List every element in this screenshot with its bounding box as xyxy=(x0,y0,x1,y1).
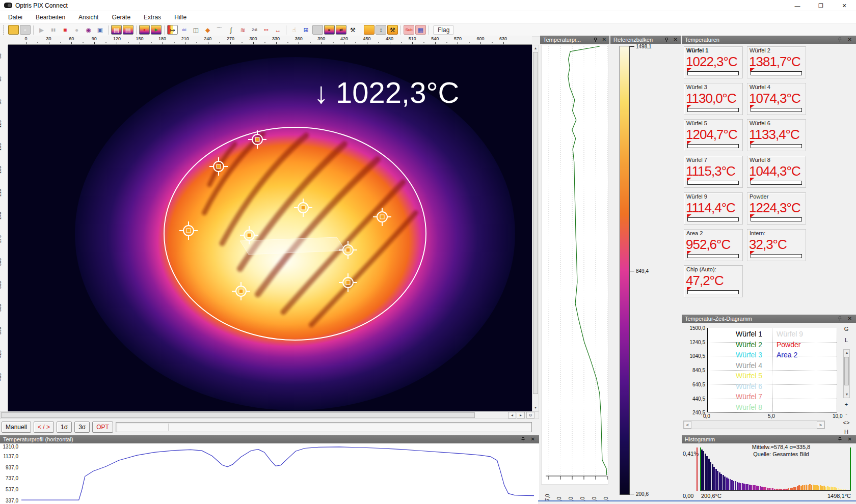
snapshot-icon[interactable]: ◉ xyxy=(83,25,94,35)
time-vertical-scrollbar[interactable]: ▴ ▾ xyxy=(843,349,850,398)
time-scrollbar[interactable]: < > xyxy=(683,421,825,429)
close-panel-icon[interactable]: ✕ xyxy=(531,436,535,443)
pin-icon[interactable] xyxy=(520,437,526,442)
cell-range-bar xyxy=(751,71,802,75)
histogram-icon[interactable]: ılıl xyxy=(179,25,190,35)
time-diagram-plot[interactable]: Würfel 1Würfel 2Würfel 3Würfel 4Würfel 5… xyxy=(707,328,837,412)
menu-item-ansicht[interactable]: Ansicht xyxy=(78,14,98,21)
scroll-right-button[interactable]: ▸ xyxy=(517,412,525,418)
curve-icon[interactable]: ⌒ xyxy=(214,25,225,35)
side-button-fit[interactable]: <> xyxy=(839,419,854,426)
histogram-bar xyxy=(779,489,781,490)
minimize-button[interactable]: — xyxy=(786,0,809,11)
scroll-left-button[interactable]: ◂ xyxy=(508,412,516,418)
side-button-h[interactable]: H xyxy=(839,429,854,435)
colorize-icon[interactable]: ◆ xyxy=(202,25,213,35)
close-panel-icon[interactable]: ✕ xyxy=(674,36,678,43)
ruler-dot xyxy=(446,42,447,43)
control-button-opt[interactable]: OPT xyxy=(92,422,113,433)
palette-shift-icon[interactable]: ↦ xyxy=(167,25,178,35)
axis-tick-label: 1500,0 xyxy=(683,325,705,331)
record-icon[interactable]: ● xyxy=(71,25,82,35)
scroll-down-icon[interactable]: ▾ xyxy=(532,405,539,411)
control-button-manuell[interactable]: Manuell xyxy=(2,422,31,433)
tools-config-icon[interactable]: ⚒ xyxy=(387,25,398,35)
scroll-down-icon[interactable]: ▾ xyxy=(844,391,850,398)
tools-icon[interactable]: ⚒ xyxy=(347,25,358,35)
histogram-cursor-line[interactable] xyxy=(697,447,698,491)
multi-curve-icon[interactable]: ≋ xyxy=(237,25,248,35)
pin-icon[interactable] xyxy=(837,437,843,442)
gray-image-icon[interactable] xyxy=(312,25,323,35)
pin-icon[interactable] xyxy=(664,37,670,43)
menu-item-extras[interactable]: Extras xyxy=(144,14,161,21)
menu-item-bearbeiten[interactable]: Bearbeiten xyxy=(36,14,65,21)
close-button[interactable]: ✕ xyxy=(833,0,856,11)
close-panel-icon[interactable]: ✕ xyxy=(848,36,852,43)
image-save-icon[interactable]: ▤ xyxy=(111,25,122,35)
histogram-bar xyxy=(726,478,728,490)
pin-icon[interactable] xyxy=(837,37,843,43)
stop-icon[interactable]: ■ xyxy=(60,25,70,35)
flag-button[interactable]: Flag xyxy=(433,25,454,35)
orange-palette-icon[interactable] xyxy=(364,25,374,35)
profile-line-icon[interactable]: ∫ xyxy=(226,25,236,35)
palette-range-field[interactable] xyxy=(116,422,532,432)
scroll-up-icon[interactable]: ▴ xyxy=(532,45,539,51)
side-button-plus[interactable]: + xyxy=(839,401,854,407)
palette-swap-icon[interactable]: ⇄ xyxy=(336,25,346,35)
pin-icon[interactable] xyxy=(593,37,598,43)
side-button-g[interactable]: G xyxy=(839,326,854,332)
digital-display-icon[interactable]: 2:8 xyxy=(249,25,260,35)
control-button-3[interactable]: 3σ xyxy=(74,422,90,433)
histogram-bar xyxy=(843,489,844,490)
control-button-1[interactable]: 1σ xyxy=(57,422,72,433)
histogram-bar xyxy=(774,489,775,490)
close-panel-icon[interactable]: ✕ xyxy=(848,436,852,443)
cell-range-bar xyxy=(751,144,802,148)
horizontal-scrollbar[interactable]: ◂ ▸ ⊙ xyxy=(0,411,539,419)
menu-item-hilfe[interactable]: Hilfe xyxy=(174,14,186,21)
temp-range-icon[interactable]: ↕ xyxy=(376,25,386,35)
pin-icon[interactable] xyxy=(837,316,843,322)
thermal-image-canvas[interactable]: ↓1022,3°C xyxy=(8,45,532,411)
play-icon[interactable]: ▶ xyxy=(36,25,47,35)
image-copy-icon[interactable]: ▤ xyxy=(123,25,133,35)
copy-icon[interactable]: ▣ xyxy=(95,25,105,35)
time-scroll-right-icon[interactable]: > xyxy=(817,421,824,429)
menu-item-geräte[interactable]: Geräte xyxy=(112,14,130,21)
save-subtract-icon[interactable]: ▦ xyxy=(415,25,426,35)
vertical-scrollbar[interactable]: ▴ ▾ xyxy=(532,45,539,411)
subtract-icon[interactable]: Sub xyxy=(404,25,414,35)
control-button-[interactable]: < / > xyxy=(34,422,54,433)
zoom-reset-button[interactable]: ⊙ xyxy=(526,412,534,418)
menu-item-datei[interactable]: Datei xyxy=(8,14,22,21)
vertical-scrollbar-thumb[interactable] xyxy=(533,52,538,394)
hand-icon[interactable]: ☝ xyxy=(289,25,300,35)
horizontal-scrollbar-thumb[interactable] xyxy=(1,412,475,418)
ruler-number: 120 xyxy=(113,36,121,41)
open-folder-icon[interactable] xyxy=(8,25,19,35)
video-camera-icon[interactable]: ◫ xyxy=(191,25,201,35)
palette-play-icon[interactable]: ▶ xyxy=(151,25,162,35)
scroll-up-icon[interactable]: ▴ xyxy=(844,350,850,356)
palette-refresh-icon[interactable]: ● xyxy=(139,25,150,35)
toolbar-grip[interactable] xyxy=(3,25,6,35)
time-vscroll-thumb[interactable] xyxy=(844,357,849,385)
palette-next-icon[interactable]: ▸ xyxy=(324,25,335,35)
reference-dashes-icon[interactable]: ▪▪▪ xyxy=(261,25,272,35)
close-panel-icon[interactable]: ✕ xyxy=(602,36,606,43)
save-icon[interactable]: ▫ xyxy=(20,25,31,35)
axis-tick-label: 537,0 xyxy=(0,487,18,492)
time-scroll-left-icon[interactable]: < xyxy=(684,421,691,429)
side-button-minus[interactable]: - xyxy=(839,410,854,416)
fullscreen-icon[interactable]: ⊞ xyxy=(301,25,311,35)
measure-icon[interactable]: ↔ xyxy=(273,25,283,35)
side-button-l[interactable]: L xyxy=(839,337,854,343)
histogram-bar xyxy=(749,485,751,490)
close-panel-icon[interactable]: ✕ xyxy=(848,315,852,322)
cell-label: Würfel 3 xyxy=(686,84,707,90)
maximize-button[interactable]: ❐ xyxy=(809,0,833,11)
pause-icon[interactable]: ▮▮ xyxy=(48,25,59,35)
ruler-number: 630 xyxy=(499,36,507,41)
